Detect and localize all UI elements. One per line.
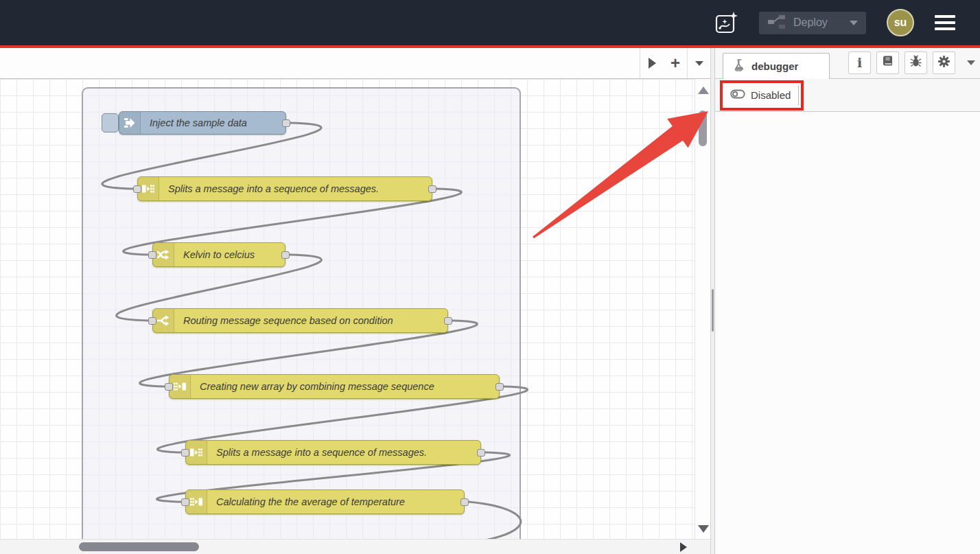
header-bar: Deploy su xyxy=(0,0,980,45)
sidebar-icon-buttons: i xyxy=(848,51,962,78)
node-label: Creating new array by combining message … xyxy=(191,375,444,398)
output-port[interactable] xyxy=(477,449,485,457)
deploy-icon xyxy=(767,14,786,32)
toggle-off-icon xyxy=(730,87,745,103)
flow-node-split2[interactable]: Splits a message into a sequence of mess… xyxy=(185,440,481,465)
flow-node-inject[interactable]: Inject the sample data xyxy=(119,111,286,135)
input-port[interactable] xyxy=(181,449,189,457)
output-port[interactable] xyxy=(281,251,290,259)
chevron-down-icon xyxy=(695,61,703,66)
toolbar-separator xyxy=(798,86,799,105)
input-port[interactable] xyxy=(133,185,141,193)
book-icon xyxy=(881,55,894,71)
sidebar-splitter[interactable] xyxy=(710,48,715,554)
output-port[interactable] xyxy=(428,185,436,193)
output-port[interactable] xyxy=(282,119,290,127)
output-port[interactable] xyxy=(460,498,469,506)
tab-debugger[interactable]: debugger xyxy=(723,53,830,79)
deploy-button[interactable]: Deploy xyxy=(759,12,866,34)
output-port[interactable] xyxy=(495,383,504,391)
user-avatar[interactable]: su xyxy=(887,9,914,36)
node-label: Splits a message into a sequence of mess… xyxy=(207,441,436,464)
main-menu-icon[interactable] xyxy=(935,15,955,30)
flow-node-join2[interactable]: Calculating the the average of temperatu… xyxy=(185,489,465,514)
debug-toolbar: Disabled xyxy=(715,79,980,112)
input-port[interactable] xyxy=(148,317,156,325)
add-flow-button[interactable]: + xyxy=(664,48,687,78)
scroll-right-arrow[interactable] xyxy=(680,542,687,552)
node-label: Inject the sample data xyxy=(141,112,257,134)
node-label: Kelvin to celcius xyxy=(174,243,264,266)
node-label: Routing message sequence based on condit… xyxy=(174,309,403,332)
input-port[interactable] xyxy=(148,251,156,259)
flow-list-button[interactable] xyxy=(687,48,710,78)
input-port[interactable] xyxy=(181,498,189,506)
node-label: Splits a message into a sequence of mess… xyxy=(159,177,388,200)
disabled-label: Disabled xyxy=(751,89,791,101)
sidebar-menu-button[interactable] xyxy=(962,60,980,78)
deploy-label: Deploy xyxy=(793,16,843,29)
info-button[interactable]: i xyxy=(848,51,871,74)
tab-controls: + xyxy=(640,48,710,78)
scroll-up-arrow[interactable] xyxy=(698,86,709,94)
flow-tabbar: + xyxy=(0,48,710,79)
gear-icon xyxy=(937,55,950,71)
book-button[interactable] xyxy=(876,51,899,74)
canvas-column: + Inject the sample dataSplits a message… xyxy=(0,48,710,554)
debug-messages-panel xyxy=(715,112,980,554)
avatar-initials: su xyxy=(894,16,907,29)
bug-button[interactable] xyxy=(905,51,927,74)
scroll-tabs-right-button[interactable] xyxy=(640,48,664,78)
input-port[interactable] xyxy=(165,383,173,391)
bug-icon xyxy=(909,55,922,71)
scroll-down-arrow[interactable] xyxy=(698,525,709,533)
inject-icon xyxy=(119,112,141,134)
horizontal-scrollbar xyxy=(0,539,710,554)
output-port[interactable] xyxy=(444,317,452,325)
vertical-scrollbar xyxy=(695,79,710,539)
annotation-highlight: Disabled xyxy=(720,80,804,111)
info-icon: i xyxy=(857,56,862,70)
debug-disabled-toggle[interactable]: Disabled xyxy=(723,84,798,107)
flow-node-join1[interactable]: Creating new array by combining message … xyxy=(169,374,500,399)
chevron-down-icon xyxy=(967,60,975,65)
vertical-scroll-thumb[interactable] xyxy=(699,111,707,146)
scroll-right-icon xyxy=(649,58,656,69)
node-label: Calculating the the average of temperatu… xyxy=(207,490,415,513)
flow-node-change1[interactable]: Kelvin to celcius xyxy=(152,242,285,267)
gear-button[interactable] xyxy=(933,51,955,74)
workspace: + Inject the sample dataSplits a message… xyxy=(0,48,980,554)
sidebar-toolbar: debugger i xyxy=(715,48,980,79)
flow-canvas[interactable]: Inject the sample dataSplits a message i… xyxy=(0,79,710,539)
plus-icon: + xyxy=(670,56,680,70)
sidebar-tab-label: debugger xyxy=(751,60,798,72)
sidebar: debugger i Disabled xyxy=(715,48,980,554)
splitter-gripper[interactable] xyxy=(712,289,714,332)
node-red-editor: Deploy su + xyxy=(0,0,980,554)
flow-node-switch1[interactable]: Routing message sequence based on condit… xyxy=(152,308,448,333)
horizontal-scroll-thumb[interactable] xyxy=(79,542,199,551)
flow-node-split1[interactable]: Splits a message into a sequence of mess… xyxy=(137,176,432,201)
inject-trigger-button[interactable] xyxy=(102,113,119,132)
deploy-dropdown-icon[interactable] xyxy=(850,21,858,25)
ai-assistant-icon[interactable] xyxy=(715,10,738,35)
flask-icon xyxy=(734,59,745,73)
